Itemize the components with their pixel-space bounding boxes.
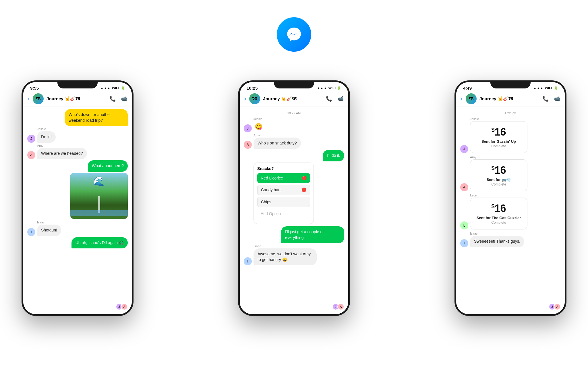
sender-label: Jessie bbox=[254, 117, 344, 121]
group-avatar-3: 🗺 bbox=[466, 93, 477, 104]
avatar-jessie: J bbox=[27, 135, 35, 143]
poll-option-label: Chips bbox=[261, 200, 271, 204]
message-row: I Shotgun! bbox=[27, 225, 128, 236]
avatar-isaac-3: I bbox=[460, 239, 468, 247]
status-icons-2: ▲▲▲ WiFi 🔋 bbox=[317, 86, 341, 90]
header-actions-2: 📞 📹 bbox=[326, 96, 344, 102]
status-icons-1: ▲▲▲ WiFi 🔋 bbox=[100, 86, 125, 90]
sender-label: Amy bbox=[254, 134, 344, 137]
header-title-1: Journey 🤘🎸🗺 bbox=[47, 96, 107, 101]
avatar-amy-2: A bbox=[244, 141, 252, 149]
payment-description: Sent for The Gas Guzzler bbox=[475, 216, 523, 220]
group-avatars-3: J A bbox=[550, 303, 561, 310]
poll-option-label: Red Licorice bbox=[261, 176, 283, 180]
poll-option-chips[interactable]: Chips bbox=[257, 197, 310, 207]
avatar-amy: A bbox=[27, 151, 35, 159]
message-bubble: Uh oh, Isaac's DJ again 🎧 bbox=[71, 237, 128, 249]
call-button-2[interactable]: 📞 bbox=[326, 96, 332, 102]
payment-row-jessie: J $16 Sent for Gassin' Up Complete bbox=[460, 121, 561, 153]
back-button-2[interactable]: ‹ bbox=[244, 95, 246, 103]
message-bubble: Who's down for another weekend road trip… bbox=[65, 109, 128, 126]
payment-amount: $16 bbox=[475, 202, 523, 215]
message-row: I Sweeeeeet! Thanks guys. bbox=[460, 236, 561, 247]
message-row: Who's down for another weekend road trip… bbox=[27, 109, 128, 126]
back-button-1[interactable]: ‹ bbox=[28, 95, 30, 103]
message-bubble: Awesome, we don't want Amy to get hangry… bbox=[254, 248, 317, 265]
header-3: ‹ 🗺 Journey 🤘🎸🗺 📞 📹 bbox=[456, 92, 565, 107]
payment-status: Complete bbox=[475, 144, 523, 148]
messenger-logo bbox=[277, 17, 311, 52]
message-bubble: 😋 bbox=[254, 121, 264, 132]
message-row: What about here? bbox=[27, 160, 128, 172]
avatar-isaac: I bbox=[27, 228, 35, 236]
call-button-1[interactable]: 📞 bbox=[109, 96, 116, 102]
time-divider-2: 10:22 AM bbox=[244, 111, 344, 115]
message-row: Uh oh, Isaac's DJ again 🎧 bbox=[27, 237, 128, 249]
payment-row-leon: L $16 Sent for The Gas Guzzler Complete bbox=[460, 198, 561, 229]
avatar-jessie-2: J bbox=[244, 124, 252, 132]
back-button-3[interactable]: ‹ bbox=[461, 95, 463, 103]
messages-area-1: Who's down for another weekend road trip… bbox=[23, 107, 132, 307]
signal-icon: ▲▲▲ bbox=[533, 86, 543, 90]
wifi-icon: WiFi bbox=[328, 86, 336, 90]
message-bubble: Who's on snack duty? bbox=[254, 138, 301, 149]
sender-label: Isaac bbox=[254, 244, 344, 248]
sender-label: Isaac bbox=[37, 221, 128, 224]
poll-option-votes: 🔴 bbox=[301, 188, 306, 192]
sender-label: Isaac bbox=[470, 232, 561, 235]
header-title-3: Journey 🤘🎸🗺 bbox=[479, 96, 539, 101]
group-avatars-2: J A bbox=[334, 303, 344, 310]
poll-option-label: Candy bars bbox=[261, 188, 282, 192]
status-time-1: 9:55 bbox=[30, 86, 39, 90]
payment-status: Complete bbox=[475, 182, 523, 186]
payment-status: Complete bbox=[475, 221, 523, 225]
messages-area-3: 4:22 PM Jessie J $16 Sent for Gassin' Up… bbox=[456, 107, 565, 307]
signal-icon: ▲▲▲ bbox=[100, 86, 111, 90]
group-avatar-1: 🗺 bbox=[33, 93, 44, 104]
poll-add-label: Add Option bbox=[261, 211, 281, 216]
waterfall-image: 🌊 bbox=[70, 173, 128, 219]
status-bar-1: 9:55 ▲▲▲ WiFi 🔋 bbox=[23, 82, 132, 92]
status-time-2: 10:25 bbox=[247, 86, 258, 90]
phone-2: 10:25 ▲▲▲ WiFi 🔋 ‹ 🗺 Journey 🤘🎸🗺 📞 📹 bbox=[238, 80, 350, 316]
signal-icon: ▲▲▲ bbox=[317, 86, 327, 90]
message-row: J 😋 bbox=[244, 121, 344, 132]
poll-widget: Snacks? Red Licorice 🔴 Candy bars 🔴 Chip… bbox=[254, 163, 314, 224]
poll-option-red-licorice[interactable]: Red Licorice 🔴 bbox=[257, 173, 310, 183]
header-actions-1: 📞 📹 bbox=[109, 96, 127, 102]
avatar-jessie-3: J bbox=[460, 145, 468, 153]
payment-card-amy: $16 Sent for 🚌💨 Complete bbox=[470, 159, 527, 191]
status-bar-2: 10:25 ▲▲▲ WiFi 🔋 bbox=[240, 82, 348, 92]
header-title-2: Journey 🤘🎸🗺 bbox=[263, 96, 323, 101]
call-button-3[interactable]: 📞 bbox=[542, 96, 549, 102]
phone-1: 9:55 ▲▲▲ WiFi 🔋 ‹ 🗺 Journey 🤘🎸🗺 📞 bbox=[22, 80, 134, 316]
avatar-isaac-2: I bbox=[244, 257, 252, 265]
poll-option-add[interactable]: Add Option bbox=[257, 209, 310, 219]
message-bubble: I'll do it. bbox=[323, 150, 344, 161]
group-av: A bbox=[121, 303, 128, 310]
group-av: A bbox=[337, 303, 344, 310]
sender-label: Amy bbox=[470, 155, 561, 159]
messages-area-2: 10:22 AM Jessie J 😋 Amy A Who's on snack… bbox=[240, 107, 348, 307]
message-bubble: Shotgun! bbox=[37, 225, 61, 236]
sender-label: Leon bbox=[470, 194, 561, 197]
message-bubble: Where are we headed? bbox=[37, 148, 87, 159]
poll-option-votes: 🔴 bbox=[302, 176, 307, 180]
video-button-1[interactable]: 📹 bbox=[121, 96, 127, 102]
message-bubble: I'll just get a couple of everything. bbox=[281, 226, 344, 243]
payment-row-amy: A $16 Sent for 🚌💨 Complete bbox=[460, 159, 561, 191]
video-button-2[interactable]: 📹 bbox=[337, 96, 344, 102]
video-button-3[interactable]: 📹 bbox=[554, 96, 560, 102]
status-icons-3: ▲▲▲ WiFi 🔋 bbox=[533, 86, 558, 90]
header-actions-3: 📞 📹 bbox=[542, 96, 560, 102]
avatar-leon-3: L bbox=[460, 221, 468, 229]
group-avatars-1: J A bbox=[117, 303, 128, 310]
sender-label: Jessie bbox=[27, 127, 128, 131]
poll-option-candy-bars[interactable]: Candy bars 🔴 bbox=[257, 185, 310, 195]
battery-icon: 🔋 bbox=[337, 86, 341, 90]
message-row: J I'm in! bbox=[27, 131, 128, 143]
payment-description: Sent for Gassin' Up bbox=[475, 139, 523, 144]
message-row: I'll just get a couple of everything. bbox=[244, 226, 344, 243]
group-av: A bbox=[554, 303, 561, 310]
group-avatar-2: 🗺 bbox=[249, 93, 260, 104]
